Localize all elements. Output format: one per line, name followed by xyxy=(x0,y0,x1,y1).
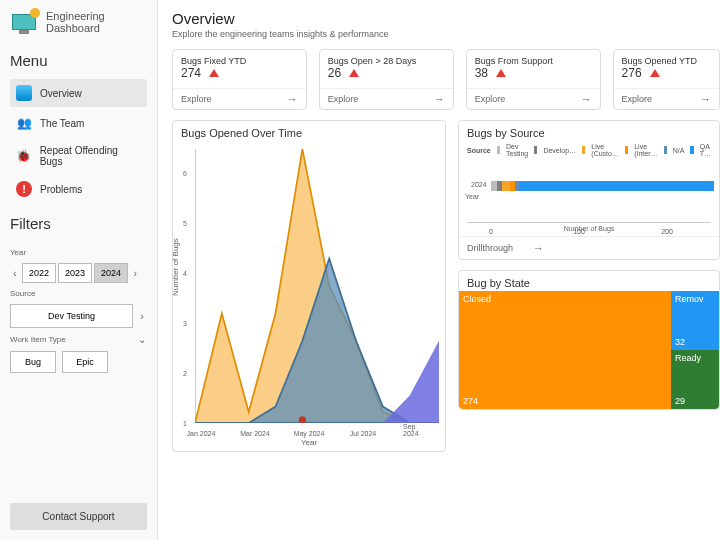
sidebar-item-repeat-bugs[interactable]: 🐞 Repeat Offending Bugs xyxy=(10,139,147,173)
sidebar-item-problems[interactable]: ! Problems xyxy=(10,175,147,203)
chart-body: Number of Bugs Year 1 2 3 4 5 6 Jan 2024… xyxy=(173,141,445,451)
area-svg xyxy=(195,149,439,423)
kpi-bugs-support: Bugs From Support 38 Explore→ xyxy=(466,49,601,110)
treemap: Closed 274 Remov 32 Ready 29 xyxy=(459,291,719,409)
filters-heading: Filters xyxy=(10,215,147,232)
chart-bug-by-state: Bug by State Closed 274 Remov 32 xyxy=(458,270,720,410)
kpi-value: 276 xyxy=(622,66,642,80)
sidebar-item-overview[interactable]: Overview xyxy=(10,79,147,107)
kpi-explore-button[interactable]: Explore→ xyxy=(320,88,453,109)
legend: Source Dev Testing Develop… Live (Custo…… xyxy=(459,141,719,159)
state-removed[interactable]: Remov 32 xyxy=(671,291,719,350)
wit-bug-button[interactable]: Bug xyxy=(10,351,56,373)
trend-up-icon xyxy=(650,69,660,77)
menu-heading: Menu xyxy=(10,52,147,69)
year-selector: ‹ 2022 2023 2024 › xyxy=(10,263,147,283)
bug-icon: 🐞 xyxy=(16,148,32,164)
page-title: Overview xyxy=(172,10,720,27)
arrow-right-icon: → xyxy=(287,93,298,105)
state-ready[interactable]: Ready 29 xyxy=(671,350,719,409)
arrow-right-icon: → xyxy=(533,242,544,254)
sidebar-item-label: The Team xyxy=(40,118,84,129)
arrow-right-icon: → xyxy=(581,93,592,105)
sidebar: Engineering Dashboard Menu Overview 👥 Th… xyxy=(0,0,158,540)
year-2024-button[interactable]: 2024 xyxy=(94,263,128,283)
sidebar-item-label: Repeat Offending Bugs xyxy=(40,145,141,167)
source-label: Source xyxy=(10,289,147,298)
year-label: Year xyxy=(10,248,147,257)
year-next-button[interactable]: › xyxy=(130,268,140,279)
chart-bugs-over-time: Bugs Opened Over Time Number of Bugs Yea… xyxy=(172,120,446,452)
year-prev-button[interactable]: ‹ xyxy=(10,268,20,279)
chart-bugs-by-source: Bugs by Source Source Dev Testing Develo… xyxy=(458,120,720,260)
main-content: Overview Explore the engineering teams i… xyxy=(158,0,720,540)
year-2023-button[interactable]: 2023 xyxy=(58,263,92,283)
kpi-bugs-open-28: Bugs Open > 28 Days 26 Explore→ xyxy=(319,49,454,110)
trend-up-icon xyxy=(349,69,359,77)
sidebar-item-label: Problems xyxy=(40,184,82,195)
drillthrough-button[interactable]: Drillthrough→ xyxy=(459,236,719,259)
kpi-value: 274 xyxy=(181,66,201,80)
kpi-row: Bugs Fixed YTD 274 Explore→ Bugs Open > … xyxy=(172,49,720,110)
trend-up-icon xyxy=(496,69,506,77)
logo: Engineering Dashboard xyxy=(10,8,147,40)
kpi-value: 38 xyxy=(475,66,488,80)
sidebar-item-label: Overview xyxy=(40,88,82,99)
y-axis-label: Number of Bugs xyxy=(171,238,180,296)
wit-label: Work Item Type xyxy=(10,335,66,344)
wit-options: Bug Epic xyxy=(10,351,147,373)
kpi-bugs-fixed: Bugs Fixed YTD 274 Explore→ xyxy=(172,49,307,110)
source-select[interactable]: Dev Testing xyxy=(10,304,133,328)
kpi-explore-button[interactable]: Explore→ xyxy=(467,88,600,109)
trend-up-icon xyxy=(209,69,219,77)
year-2022-button[interactable]: 2022 xyxy=(22,263,56,283)
kpi-title: Bugs Opened YTD xyxy=(622,56,711,66)
source-next-button[interactable]: › xyxy=(137,311,147,322)
kpi-explore-button[interactable]: Explore→ xyxy=(614,88,719,109)
x-axis-label: Number of Bugs xyxy=(459,225,719,236)
chart-title: Bug by State xyxy=(459,271,719,291)
problem-icon: ! xyxy=(16,181,32,197)
x-axis-label: Year xyxy=(173,438,445,447)
kpi-title: Bugs Open > 28 Days xyxy=(328,56,445,66)
kpi-bugs-opened: Bugs Opened YTD 276 Explore→ xyxy=(613,49,720,110)
team-icon: 👥 xyxy=(16,115,32,131)
bar-chart: Year 2024 0 100 200 xyxy=(467,163,711,223)
sidebar-item-team[interactable]: 👥 The Team xyxy=(10,109,147,137)
chart-title: Bugs Opened Over Time xyxy=(173,121,445,141)
right-column: Bugs by Source Source Dev Testing Develo… xyxy=(458,120,720,452)
state-closed[interactable]: Closed 274 xyxy=(459,291,671,409)
menu-list: Overview 👥 The Team 🐞 Repeat Offending B… xyxy=(10,79,147,203)
app-frame: Engineering Dashboard Menu Overview 👥 Th… xyxy=(0,0,720,540)
arrow-right-icon: → xyxy=(434,93,445,105)
logo-icon xyxy=(10,10,38,34)
chart-title: Bugs by Source xyxy=(459,121,719,141)
kpi-value: 26 xyxy=(328,66,341,80)
arrow-right-icon: → xyxy=(700,93,711,105)
wit-epic-button[interactable]: Epic xyxy=(62,351,108,373)
kpi-title: Bugs Fixed YTD xyxy=(181,56,298,66)
page-subtitle: Explore the engineering teams insights &… xyxy=(172,29,720,39)
wit-expand-icon[interactable]: ⌄ xyxy=(137,334,147,345)
kpi-title: Bugs From Support xyxy=(475,56,592,66)
contact-support-button[interactable]: Contact Support xyxy=(10,503,147,530)
filters-panel: Year ‹ 2022 2023 2024 › Source Dev Testi… xyxy=(10,248,147,373)
charts-row: Bugs Opened Over Time Number of Bugs Yea… xyxy=(172,120,720,452)
app-title: Engineering Dashboard xyxy=(46,10,105,34)
overview-icon xyxy=(16,85,32,101)
kpi-explore-button[interactable]: Explore→ xyxy=(173,88,306,109)
